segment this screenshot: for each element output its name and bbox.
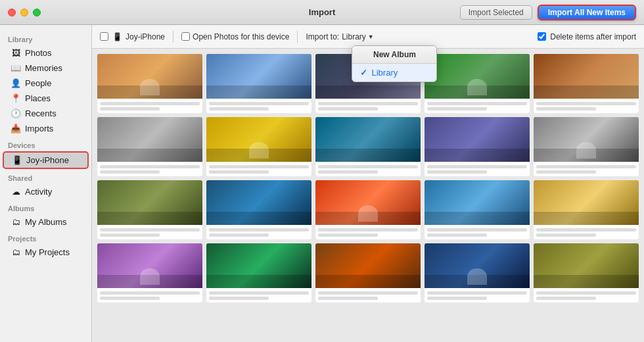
photo-cell[interactable] [315, 180, 421, 239]
import-to-label: Import to: [306, 32, 339, 41]
photo-meta [97, 162, 202, 176]
thumb-subject [358, 205, 378, 222]
photo-thumbnail [206, 180, 311, 225]
photo-meta-line1 [536, 291, 636, 295]
sidebar-item-my-albums[interactable]: 🗂 My Albums [3, 214, 89, 230]
photo-cell[interactable] [97, 180, 202, 239]
photo-cell[interactable] [425, 180, 530, 239]
device-checkbox[interactable] [100, 32, 108, 41]
photo-thumbnail [425, 243, 530, 288]
photo-thumbnail [534, 243, 639, 288]
photo-thumbnail [315, 180, 421, 225]
photo-cell[interactable] [97, 117, 202, 176]
sidebar-section-library: Library [0, 30, 91, 45]
photo-cell[interactable] [425, 243, 530, 303]
toolbar-divider1 [173, 31, 173, 43]
activity-icon: ☁ [11, 187, 21, 197]
import-to-dropdown[interactable]: Library ▼ [342, 32, 374, 41]
thumb-detail [534, 86, 639, 99]
photo-cell[interactable] [425, 54, 530, 113]
photo-thumbnail [534, 117, 639, 162]
sidebar-item-recents[interactable]: 🕐 Recents [3, 106, 89, 121]
imports-icon: 📥 [11, 124, 21, 134]
sidebar-item-activity[interactable]: ☁ Activity [3, 184, 89, 199]
delete-after-import-label: Delete items after import [550, 32, 636, 41]
albums-icon: 🗂 [11, 217, 21, 227]
photo-meta [425, 225, 530, 239]
photo-cell[interactable] [534, 54, 639, 113]
sidebar-item-memories[interactable]: 📖 Memories [3, 61, 89, 76]
photo-cell[interactable] [534, 117, 639, 176]
photo-meta-line1 [209, 102, 309, 105]
photo-thumbnail [534, 54, 639, 99]
photo-meta-line2 [536, 170, 596, 174]
photo-thumbnail [534, 180, 639, 225]
sidebar-item-places[interactable]: 📍 Places [3, 91, 89, 106]
import-all-button[interactable]: Import All New Items [538, 5, 636, 20]
photo-cell[interactable] [206, 117, 311, 176]
iphone-icon: 📱 [12, 155, 22, 165]
close-button[interactable] [8, 9, 16, 16]
photo-cell[interactable] [315, 117, 421, 176]
photo-meta-line1 [318, 165, 418, 168]
photo-meta [206, 225, 311, 239]
photo-meta-line1 [427, 291, 527, 295]
photo-meta-line1 [318, 102, 418, 105]
thumb-detail [534, 275, 639, 288]
photo-cell[interactable] [534, 243, 639, 303]
selected-destination: Library [342, 32, 366, 41]
photo-meta [97, 99, 202, 113]
sidebar-section-devices: Devices [0, 136, 91, 151]
photo-meta-line2 [209, 107, 269, 110]
photo-meta [97, 225, 202, 239]
sidebar-item-photos[interactable]: 🖼 Photos [3, 45, 89, 61]
photo-meta-line1 [318, 228, 418, 232]
photo-thumbnail [206, 117, 311, 162]
photo-meta-line1 [100, 291, 200, 295]
maximize-button[interactable] [33, 9, 41, 16]
photo-meta [534, 288, 639, 303]
photo-thumbnail [425, 117, 530, 162]
photo-thumbnail [315, 243, 421, 288]
dropdown-popup: New Album ✓ Library [352, 45, 437, 82]
thumb-subject [140, 268, 160, 285]
photo-meta-line1 [100, 165, 200, 168]
thumb-detail [425, 212, 530, 225]
photo-area[interactable] [92, 49, 644, 342]
photo-cell[interactable] [206, 54, 311, 113]
photo-cell[interactable] [206, 180, 311, 239]
thumb-detail [206, 86, 311, 99]
photo-meta [97, 288, 202, 303]
photo-cell[interactable] [315, 243, 421, 303]
photo-meta [315, 288, 421, 303]
recents-icon: 🕐 [11, 109, 21, 118]
import-selected-button[interactable]: Import Selected [460, 5, 532, 20]
photo-meta-line1 [427, 165, 527, 168]
thumb-detail [315, 86, 421, 99]
photo-meta-line2 [427, 233, 487, 237]
sidebar-section-projects: Projects [0, 230, 91, 245]
photo-cell[interactable] [97, 243, 202, 303]
photo-cell[interactable] [425, 117, 530, 176]
photo-cell[interactable] [534, 180, 639, 239]
photo-cell[interactable] [206, 243, 311, 303]
sidebar-item-imports[interactable]: 📥 Imports [3, 121, 89, 136]
photo-thumbnail [206, 243, 311, 288]
window-controls[interactable] [8, 9, 41, 16]
thumb-subject [467, 268, 487, 285]
photo-cell[interactable] [97, 54, 202, 113]
photo-meta-line1 [100, 228, 200, 232]
import-to-section: Import to: Library ▼ New Album ✓ Library [306, 32, 373, 41]
dropdown-option-library[interactable]: ✓ Library [352, 64, 436, 82]
sidebar-item-joy-iphone[interactable]: 📱 Joy-iPhone [3, 151, 89, 169]
sidebar-item-my-projects[interactable]: 🗂 My Projects [3, 245, 89, 260]
delete-after-import-checkbox[interactable] [538, 32, 546, 41]
thumb-detail [315, 275, 421, 288]
main-container: Library 🖼 Photos 📖 Memories 👤 People 📍 P… [0, 25, 644, 342]
device-indicator: 📱 Joy-iPhone [100, 32, 165, 41]
photo-thumbnail [425, 54, 530, 99]
open-photos-checkbox[interactable] [181, 32, 190, 41]
photo-thumbnail [315, 117, 421, 162]
minimize-button[interactable] [20, 9, 28, 16]
sidebar-item-people[interactable]: 👤 People [3, 76, 89, 91]
